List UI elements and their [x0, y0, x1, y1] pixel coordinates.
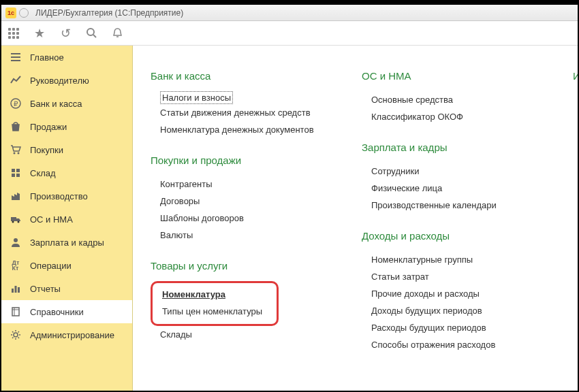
bag-icon	[10, 120, 22, 133]
link-item[interactable]: Статьи движения денежных средств	[151, 104, 328, 121]
svg-rect-13	[16, 174, 20, 177]
svg-line-1	[93, 35, 96, 37]
section: Товары и услугиНоменклатураТипы цен номе…	[151, 260, 328, 343]
column-3: ИнформацияНовости	[573, 70, 578, 125]
link-item[interactable]: Расходы будущих периодов	[362, 319, 539, 336]
sidebar-item-0[interactable]: Главное	[1, 46, 132, 69]
svg-rect-10	[12, 169, 15, 172]
link-item[interactable]: Договоры	[151, 193, 328, 210]
svg-rect-19	[15, 286, 17, 293]
section: ОС и НМАОсновные средстваКлассификатор О…	[362, 70, 539, 125]
link-item[interactable]: Производственные календари	[362, 197, 539, 214]
section-title[interactable]: Информация	[573, 70, 578, 82]
sidebar-item-1[interactable]: Руководителю	[1, 69, 132, 92]
svg-line-29	[12, 331, 14, 333]
svg-rect-12	[12, 174, 15, 177]
link-item[interactable]: Способы отражения расходов	[362, 336, 539, 353]
sidebar-item-label: Главное	[30, 52, 64, 63]
dtkt-icon: ДтКт	[10, 259, 22, 272]
ruble-icon: ₽	[10, 97, 22, 110]
link-item[interactable]: Номенклатурные группы	[362, 251, 539, 268]
svg-point-9	[18, 152, 20, 154]
svg-point-0	[87, 29, 94, 35]
svg-rect-18	[12, 289, 14, 293]
link-item[interactable]: Сотрудники	[362, 163, 539, 180]
history-icon[interactable]: ↺	[59, 27, 72, 40]
factory-icon	[10, 190, 22, 202]
section-title[interactable]: ОС и НМА	[362, 70, 539, 82]
link-item[interactable]: Классификатор ОКОФ	[362, 108, 539, 125]
cart-icon	[10, 144, 22, 156]
section: Банк и кассаНалоги и взносыСтатьи движен…	[151, 70, 328, 138]
link-item[interactable]: Доходы будущих периодов	[362, 302, 539, 319]
svg-rect-20	[18, 287, 20, 293]
sidebar-item-4[interactable]: Покупки	[1, 138, 132, 161]
svg-text:₽: ₽	[14, 100, 18, 108]
link-item[interactable]: Склады	[151, 326, 328, 343]
sidebar-item-label: Руководителю	[30, 76, 89, 86]
link-item[interactable]: Номенклатура денежных документов	[151, 121, 328, 138]
sidebar-item-label: Банк и касса	[30, 99, 82, 109]
link-item[interactable]: Физические лица	[362, 180, 539, 197]
sidebar-item-label: Операции	[30, 261, 72, 271]
svg-point-17	[14, 238, 18, 242]
link-item[interactable]: Основные средства	[362, 91, 539, 108]
boxes-icon	[10, 167, 22, 179]
dropdown-circle-icon[interactable]	[19, 8, 29, 18]
link-item[interactable]: Шаблоны договоров	[151, 210, 328, 227]
apps-icon[interactable]	[7, 27, 20, 40]
section: ИнформацияНовости	[573, 70, 578, 108]
svg-point-8	[14, 152, 16, 154]
sidebar-item-2[interactable]: ₽Банк и касса	[1, 92, 132, 115]
section-title[interactable]: Зарплата и кадры	[362, 142, 539, 153]
sidebar-item-label: ОС и НМА	[30, 214, 73, 225]
svg-rect-21	[12, 308, 19, 316]
link-item[interactable]: Номенклатура	[153, 286, 272, 303]
sidebar-item-5[interactable]: Склад	[1, 161, 132, 184]
sidebar-item-10[interactable]: Отчеты	[1, 277, 132, 300]
link-item[interactable]: Контрагенты	[151, 176, 328, 193]
svg-point-24	[14, 333, 18, 337]
sidebar-item-label: Справочники	[30, 307, 84, 317]
svg-point-16	[18, 221, 20, 223]
sidebar: ГлавноеРуководителю₽Банк и кассаПродажиП…	[1, 46, 133, 391]
section-title[interactable]: Товары и услуги	[151, 260, 328, 272]
gear-icon	[10, 329, 22, 341]
sidebar-item-label: Продажи	[30, 122, 67, 132]
link-item[interactable]: Валюты	[151, 227, 328, 244]
svg-rect-11	[16, 169, 20, 172]
svg-rect-14	[11, 217, 16, 221]
sidebar-item-label: Склад	[30, 168, 56, 178]
main-toolbar: ★ ↺	[1, 21, 578, 46]
section: Зарплата и кадрыСотрудникиФизические лиц…	[362, 142, 539, 214]
section: Покупки и продажиКонтрагентыДоговорыШабл…	[151, 154, 328, 244]
sidebar-item-6[interactable]: Производство	[1, 184, 132, 208]
sidebar-item-label: Администрирование	[30, 330, 114, 340]
svg-line-32	[18, 331, 20, 333]
section-title[interactable]: Покупки и продажи	[151, 154, 328, 166]
section-title[interactable]: Банк и касса	[151, 70, 328, 82]
star-icon[interactable]: ★	[33, 27, 46, 40]
sidebar-item-7[interactable]: ОС и НМА	[1, 208, 132, 231]
sidebar-item-label: Покупки	[30, 145, 63, 155]
sidebar-item-12[interactable]: Администрирование	[1, 323, 132, 346]
content-area: Банк и кассаНалоги и взносыСтатьи движен…	[133, 46, 578, 391]
sidebar-item-11[interactable]: Справочники	[1, 300, 132, 323]
link-item[interactable]: Статьи затрат	[362, 268, 539, 285]
section-title[interactable]: Доходы и расходы	[362, 230, 539, 242]
sidebar-item-3[interactable]: Продажи	[1, 115, 132, 138]
column-1: Банк и кассаНалоги и взносыСтатьи движен…	[151, 70, 328, 359]
titlebar: 1c ЛИДЕР/Бухгалтерия (1С:Предприятие)	[1, 5, 578, 21]
sidebar-item-8[interactable]: Зарплата и кадры	[1, 231, 132, 254]
link-item[interactable]: Типы цен номенклатуры	[153, 303, 272, 320]
link-item[interactable]: Прочие доходы и расходы	[362, 285, 539, 302]
link-item[interactable]: Новости	[573, 91, 578, 108]
svg-line-31	[12, 338, 14, 339]
svg-line-30	[18, 338, 20, 339]
bars-icon	[10, 282, 22, 295]
sidebar-item-9[interactable]: ДтКтОперации	[1, 254, 132, 277]
link-item[interactable]: Налоги и взносы	[160, 91, 233, 104]
app-logo-icon: 1c	[5, 7, 16, 18]
search-icon[interactable]	[84, 27, 98, 40]
bell-icon[interactable]	[110, 27, 124, 40]
